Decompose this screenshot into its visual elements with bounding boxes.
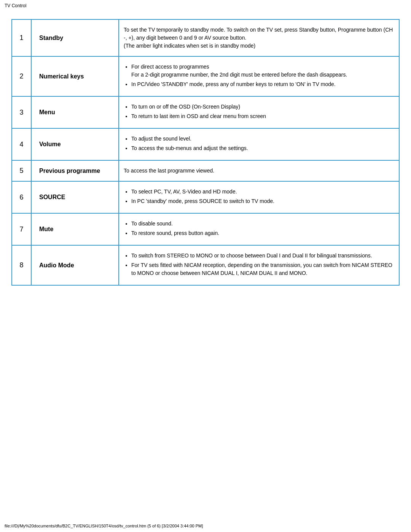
row-label: Standby <box>31 20 119 56</box>
table-row: 7 Mute To disable sound. To restore soun… <box>12 213 399 245</box>
row-label: Previous programme <box>31 160 119 181</box>
table-row: 6 SOURCE To select PC, TV, AV, S-Video a… <box>12 181 399 213</box>
tv-control-table: 1 Standby To set the TV temporarily to s… <box>12 20 399 285</box>
table-row: 8 Audio Mode To switch from STEREO to MO… <box>12 245 399 285</box>
row-description: To access the last programme viewed. <box>119 160 399 181</box>
row-description: To turn on or off the OSD (On-Screen Dis… <box>119 96 399 128</box>
row-label: Mute <box>31 213 119 245</box>
row-description: To adjust the sound level. To access the… <box>119 128 399 160</box>
row-label: Menu <box>31 96 119 128</box>
row-description: To select PC, TV, AV, S-Video and HD mod… <box>119 181 399 213</box>
table-row: 5 Previous programme To access the last … <box>12 160 399 181</box>
row-number: 8 <box>12 245 31 285</box>
row-description: To set the TV temporarily to standby mod… <box>119 20 399 56</box>
row-number: 4 <box>12 128 31 160</box>
table-row: 1 Standby To set the TV temporarily to s… <box>12 20 399 56</box>
row-label: SOURCE <box>31 181 119 213</box>
table-row: 4 Volume To adjust the sound level. To a… <box>12 128 399 160</box>
row-number: 2 <box>12 56 31 96</box>
table-row: 3 Menu To turn on or off the OSD (On-Scr… <box>12 96 399 128</box>
row-number: 5 <box>12 160 31 181</box>
row-description: For direct access to programmes For a 2-… <box>119 56 399 96</box>
row-label: Numerical keys <box>31 56 119 96</box>
row-label: Volume <box>31 128 119 160</box>
row-label: Audio Mode <box>31 245 119 285</box>
row-number: 6 <box>12 181 31 213</box>
page-title: TV Control <box>0 0 411 11</box>
main-table-container: 1 Standby To set the TV temporarily to s… <box>11 19 400 286</box>
row-number: 1 <box>12 20 31 56</box>
row-description: To switch from STEREO to MONO or to choo… <box>119 245 399 285</box>
footer-text: file:///D|/My%20documents/dfu/B2C_TV/ENG… <box>5 524 203 528</box>
row-description: To disable sound. To restore sound, pres… <box>119 213 399 245</box>
row-number: 3 <box>12 96 31 128</box>
table-row: 2 Numerical keys For direct access to pr… <box>12 56 399 96</box>
row-number: 7 <box>12 213 31 245</box>
